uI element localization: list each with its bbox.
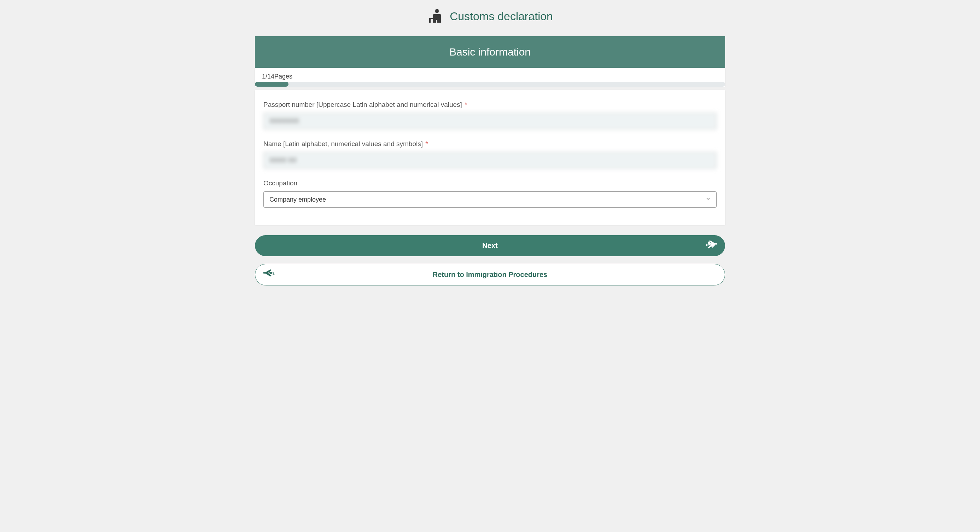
passport-label-text: Passport number [Uppercase Latin alphabe… (263, 101, 462, 108)
form-card: Passport number [Uppercase Latin alphabe… (255, 90, 725, 225)
next-button[interactable]: Next (255, 235, 725, 256)
button-row: Next Return to Immigration Procedures (255, 235, 725, 285)
occupation-select[interactable]: Company employee (263, 191, 717, 208)
airplane-left-icon (263, 268, 276, 282)
main-container: Basic information 1/14Pages Passport num… (235, 36, 745, 299)
name-label: Name [Latin alphabet, numerical values a… (263, 140, 717, 148)
progress-card: 1/14Pages (255, 68, 725, 87)
next-button-label: Next (482, 242, 498, 250)
name-field-group: Name [Latin alphabet, numerical values a… (263, 140, 717, 169)
passport-input[interactable] (263, 113, 717, 129)
passport-field-group: Passport number [Uppercase Latin alphabe… (263, 101, 717, 129)
passport-label: Passport number [Uppercase Latin alphabe… (263, 101, 717, 108)
progress-bar (255, 82, 725, 87)
section-title: Basic information (255, 36, 725, 68)
name-input[interactable] (263, 152, 717, 169)
page-title: Customs declaration (450, 10, 553, 23)
page-counter: 1/14Pages (262, 73, 718, 80)
progress-bar-fill (255, 82, 288, 87)
required-asterisk: * (465, 101, 467, 108)
name-label-text: Name [Latin alphabet, numerical values a… (263, 140, 423, 148)
airplane-right-icon (705, 238, 718, 253)
required-asterisk: * (425, 140, 428, 148)
return-button[interactable]: Return to Immigration Procedures (255, 264, 725, 285)
page-header: Customs declaration (0, 0, 980, 36)
occupation-label: Occupation (263, 179, 717, 187)
customs-officer-icon (427, 7, 444, 25)
occupation-field-group: Occupation Company employee (263, 179, 717, 208)
occupation-select-wrap: Company employee (263, 191, 717, 208)
svg-rect-0 (429, 18, 433, 19)
return-button-label: Return to Immigration Procedures (433, 271, 547, 279)
svg-rect-1 (429, 19, 431, 22)
